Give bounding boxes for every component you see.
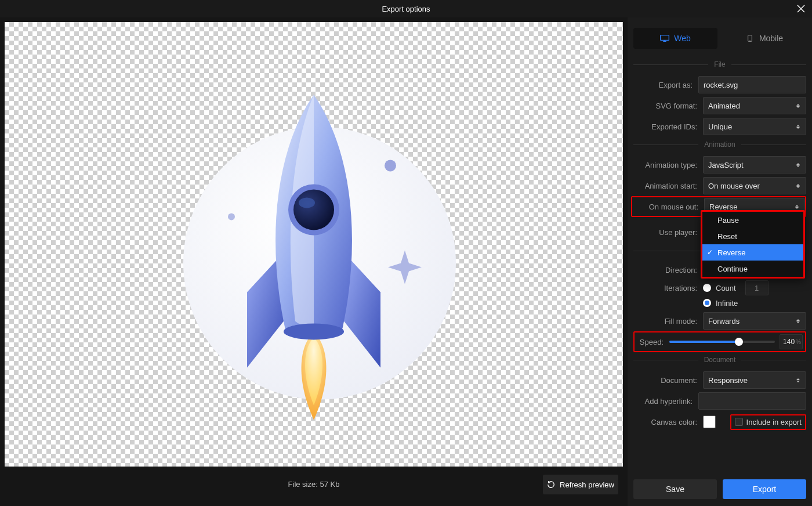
- refresh-icon: [547, 480, 555, 489]
- mouse-out-option-reverse[interactable]: Reverse: [702, 244, 803, 261]
- direction-label: Direction:: [633, 266, 703, 274]
- animation-type-select[interactable]: JavaScript: [703, 156, 806, 174]
- titlebar: Export options: [0, 0, 812, 17]
- save-button[interactable]: Save: [633, 479, 717, 499]
- svg-point-3: [228, 213, 235, 220]
- mouse-out-option-reset[interactable]: Reset: [702, 228, 803, 244]
- hyperlink-input[interactable]: [698, 392, 806, 410]
- animation-type-label: Animation type:: [633, 161, 703, 169]
- section-file: File: [708, 60, 731, 68]
- canvas-color-label: Canvas color:: [633, 418, 703, 427]
- animation-start-select[interactable]: On mouse over: [703, 177, 806, 194]
- document-label: Document:: [633, 376, 703, 385]
- chevron-updown-icon: [794, 205, 800, 209]
- close-icon: [797, 5, 805, 13]
- speed-value-input[interactable]: 140%: [780, 334, 803, 349]
- file-size-label: File size: 57 Kb: [288, 480, 340, 489]
- options-sidebar: Web Mobile File Export as: SVG format: A…: [628, 17, 812, 506]
- iterations-infinite-radio[interactable]: [703, 299, 711, 307]
- canvas-color-swatch[interactable]: [703, 415, 716, 428]
- svg-point-8: [284, 323, 344, 339]
- svg-point-7: [299, 197, 315, 208]
- slider-thumb[interactable]: [735, 338, 743, 346]
- hyperlink-label: Add hyperlink:: [633, 397, 698, 406]
- include-in-export-checkbox[interactable]: [735, 418, 743, 426]
- document-select[interactable]: Responsive: [703, 371, 806, 389]
- use-player-label: Use player:: [633, 228, 703, 237]
- chevron-updown-icon: [795, 125, 801, 129]
- exported-ids-select[interactable]: Unique: [703, 118, 806, 135]
- section-document: Document: [698, 356, 742, 364]
- chevron-updown-icon: [795, 378, 801, 382]
- rocket-illustration: [169, 71, 459, 431]
- svg-point-4: [385, 160, 396, 171]
- mouse-out-dropdown[interactable]: Pause Reset Reverse Continue: [701, 210, 805, 279]
- close-button[interactable]: [795, 2, 807, 15]
- iterations-count-input[interactable]: 1: [745, 280, 768, 295]
- chevron-updown-icon: [795, 184, 801, 188]
- chevron-updown-icon: [795, 163, 801, 167]
- exported-ids-label: Exported IDs:: [633, 122, 703, 131]
- mouse-out-label: On mouse out:: [635, 203, 704, 211]
- svg-format-select[interactable]: Animated: [703, 97, 806, 114]
- refresh-preview-button[interactable]: Refresh preview: [543, 475, 618, 494]
- speed-slider[interactable]: [669, 341, 775, 343]
- fill-mode-select[interactable]: Forwards: [703, 312, 806, 330]
- fill-mode-label: Fill mode:: [633, 317, 703, 326]
- iterations-count-radio[interactable]: [703, 284, 711, 292]
- chevron-updown-icon: [795, 104, 801, 108]
- mouse-out-option-pause[interactable]: Pause: [702, 212, 803, 228]
- speed-row-highlight: Speed: 140%: [633, 331, 806, 352]
- animation-start-label: Animation start:: [633, 182, 703, 190]
- speed-label: Speed:: [637, 338, 669, 346]
- monitor-icon: [660, 35, 669, 42]
- chevron-updown-icon: [795, 319, 801, 323]
- include-in-export-highlight: Include in export: [730, 414, 806, 430]
- svg-point-6: [293, 189, 334, 230]
- section-animation: Animation: [698, 140, 741, 149]
- window-title: Export options: [382, 5, 430, 13]
- preview-canvas[interactable]: [5, 22, 623, 467]
- export-as-label: Export as:: [633, 81, 698, 89]
- export-button[interactable]: Export: [723, 479, 806, 499]
- preview-pane: File size: 57 Kb Refresh preview: [0, 17, 628, 506]
- iterations-label: Iterations:: [633, 284, 703, 292]
- tab-mobile[interactable]: Mobile: [722, 28, 806, 49]
- export-as-input[interactable]: [698, 76, 806, 93]
- mobile-icon: [745, 35, 755, 42]
- svg-format-label: SVG format:: [633, 102, 703, 110]
- mouse-out-option-continue[interactable]: Continue: [702, 261, 803, 277]
- tab-web[interactable]: Web: [633, 28, 717, 49]
- svg-rect-9: [661, 35, 669, 41]
